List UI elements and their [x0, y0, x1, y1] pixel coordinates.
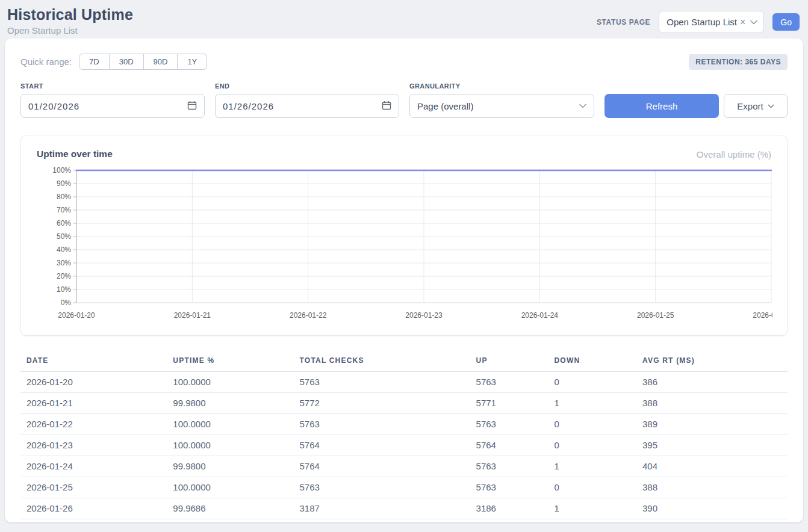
status-page-select[interactable]: Open Startup List × — [659, 11, 764, 33]
table-cell: 5764 — [294, 435, 470, 456]
table-cell: 1 — [548, 498, 636, 519]
table-cell: 99.9800 — [167, 393, 293, 414]
column-header: DOWN — [548, 350, 636, 372]
table-cell: 2026-01-24 — [20, 456, 167, 477]
topbar-right: STATUS PAGE Open Startup List × Go — [597, 11, 800, 33]
chevron-down-icon — [579, 104, 586, 108]
end-label: END — [215, 82, 399, 90]
chevron-down-icon — [768, 104, 774, 108]
table-cell: 5771 — [470, 393, 549, 414]
table-cell: 2026-01-26 — [20, 498, 167, 519]
refresh-button[interactable]: Refresh — [604, 94, 719, 118]
granularity-value: Page (overall) — [417, 101, 473, 111]
table-cell: 388 — [636, 477, 788, 498]
svg-text:10%: 10% — [57, 285, 71, 294]
table-cell: 5763 — [470, 477, 549, 498]
chart-legend: Overall uptime (%) — [697, 149, 771, 159]
table-cell: 1 — [548, 393, 636, 414]
column-header: UP — [470, 350, 549, 372]
column-header: UPTIME % — [167, 350, 293, 372]
table-cell: 5763 — [470, 414, 549, 435]
table-cell: 5763 — [294, 372, 470, 393]
table-cell: 2026-01-21 — [20, 393, 167, 414]
table-row: 2026-01-20100.0000576357630386 — [20, 372, 788, 393]
svg-text:0%: 0% — [61, 298, 72, 307]
table-cell: 404 — [636, 456, 788, 477]
column-header: DATE — [20, 350, 167, 372]
quick-range-row: Quick range: 7D30D90D1Y RETENTION: 365 D… — [20, 54, 788, 70]
table-cell: 0 — [548, 372, 636, 393]
export-button[interactable]: Export — [724, 94, 788, 118]
table-cell: 1 — [548, 456, 636, 477]
start-date-field: START 01/20/2026 — [20, 82, 205, 118]
svg-text:80%: 80% — [57, 193, 71, 201]
svg-text:100%: 100% — [52, 166, 71, 175]
page-subtitle: Open Startup List — [7, 25, 133, 36]
filter-form-row: START 01/20/2026 END 01/26/2026 GRANULAR… — [20, 82, 788, 118]
svg-text:2026-01-20: 2026-01-20 — [58, 311, 95, 320]
table-cell: 0 — [548, 435, 636, 456]
end-date-field: END 01/26/2026 — [215, 82, 399, 118]
main-panel: Quick range: 7D30D90D1Y RETENTION: 365 D… — [5, 39, 803, 522]
table-row: 2026-01-23100.0000576457640395 — [20, 435, 788, 456]
table-row: 2026-01-2699.9686318731861390 — [20, 498, 788, 519]
table-cell: 0 — [548, 414, 636, 435]
svg-text:2026-01-25: 2026-01-25 — [637, 311, 674, 320]
table-cell: 5763 — [470, 372, 549, 393]
svg-text:2026-01-26: 2026-01-26 — [753, 311, 772, 320]
quick-range-90d[interactable]: 90D — [144, 54, 178, 70]
title-block: Historical Uptime Open Startup List — [7, 6, 133, 36]
table-cell: 388 — [636, 393, 788, 414]
svg-text:70%: 70% — [57, 206, 71, 214]
table-cell: 0 — [548, 477, 636, 498]
quick-range-30d[interactable]: 30D — [110, 54, 144, 70]
table-row: 2026-01-2499.9800576457631404 — [20, 456, 788, 477]
chart-header: Uptime over time Overall uptime (%) — [36, 149, 772, 165]
svg-text:2026-01-23: 2026-01-23 — [405, 311, 443, 320]
svg-text:40%: 40% — [57, 246, 71, 254]
quick-range-1y[interactable]: 1Y — [178, 54, 207, 70]
calendar-icon[interactable] — [187, 101, 197, 112]
table-cell: 100.0000 — [167, 414, 293, 435]
table-cell: 99.9686 — [167, 498, 293, 519]
table-cell: 2026-01-23 — [20, 435, 167, 456]
calendar-icon[interactable] — [382, 101, 391, 112]
go-button[interactable]: Go — [772, 13, 800, 31]
table-row: 2026-01-2199.9800577257711388 — [20, 393, 788, 414]
clear-icon[interactable]: × — [740, 17, 745, 28]
svg-text:60%: 60% — [57, 219, 71, 227]
quick-range-label: Quick range: — [20, 57, 72, 67]
svg-text:90%: 90% — [57, 179, 71, 188]
start-date-input[interactable]: 01/20/2026 — [20, 94, 205, 118]
retention-badge: RETENTION: 365 DAYS — [689, 54, 788, 70]
end-date-input[interactable]: 01/26/2026 — [215, 94, 399, 118]
svg-text:2026-01-22: 2026-01-22 — [290, 311, 327, 320]
start-label: START — [20, 82, 205, 90]
end-date-value: 01/26/2026 — [223, 101, 274, 111]
table-cell: 2026-01-20 — [20, 372, 167, 393]
granularity-label: GRANULARITY — [409, 82, 594, 90]
topbar: Historical Uptime Open Startup List STAT… — [0, 0, 808, 37]
table-cell: 100.0000 — [167, 477, 293, 498]
chart-title: Uptime over time — [37, 149, 113, 159]
table-cell: 390 — [636, 498, 788, 519]
table-cell: 2026-01-25 — [20, 477, 167, 498]
quick-range-group: 7D30D90D1Y — [79, 54, 207, 70]
status-page-value: Open Startup List — [667, 17, 737, 27]
granularity-select[interactable]: Page (overall) — [409, 94, 594, 118]
table-cell: 100.0000 — [167, 372, 293, 393]
chevron-down-icon — [750, 20, 757, 25]
svg-text:20%: 20% — [57, 272, 71, 280]
table-cell: 5763 — [294, 414, 470, 435]
chart-card: Uptime over time Overall uptime (%) 0%10… — [20, 135, 788, 336]
table-cell: 2026-01-22 — [20, 414, 167, 435]
granularity-field: GRANULARITY Page (overall) — [409, 82, 594, 118]
table-cell: 395 — [636, 435, 788, 456]
table-cell: 100.0000 — [167, 435, 293, 456]
quick-range-7d[interactable]: 7D — [79, 54, 110, 70]
uptime-table: DATEUPTIME %TOTAL CHECKSUPDOWNAVG RT (MS… — [20, 350, 788, 519]
table-cell: 3186 — [470, 498, 549, 519]
table-cell: 5764 — [294, 456, 470, 477]
table-cell: 3187 — [294, 498, 470, 519]
table-cell: 99.9800 — [167, 456, 293, 477]
